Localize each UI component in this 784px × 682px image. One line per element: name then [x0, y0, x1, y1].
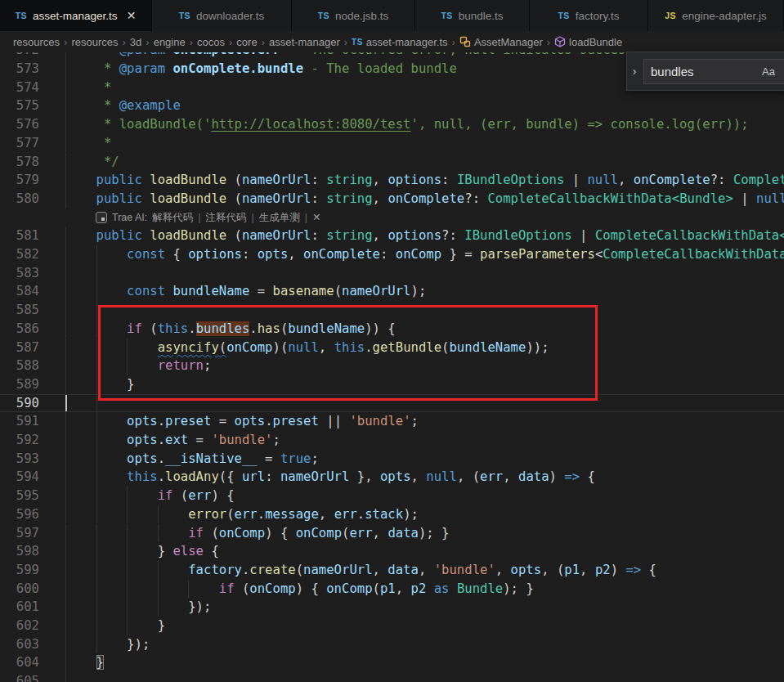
code-line[interactable]: 594 this.loadAny({ url: nameOrUrl }, opt…	[0, 468, 784, 487]
code-text: opts.ext = 'bundle';	[65, 431, 280, 450]
chevron-right-icon[interactable]: ›	[627, 65, 642, 78]
line-number[interactable]: 594	[0, 468, 39, 487]
breadcrumb-item-core[interactable]: core	[236, 36, 257, 48]
line-number[interactable]: 588	[0, 357, 39, 375]
code-line[interactable]: 582 const { options: opts, onComplete: o…	[0, 245, 784, 264]
line-number[interactable]: 572	[0, 52, 39, 60]
code-line[interactable]: 588 return;	[0, 357, 784, 375]
code-line[interactable]: 576 * loadBundle('http://localhost:8080/…	[0, 115, 784, 134]
tab-bundle[interactable]: TS bundle.ts	[415, 0, 530, 31]
tab-engine-adapter[interactable]: JS engine-adapter.js	[648, 0, 784, 31]
code-line[interactable]: 592 opts.ext = 'bundle';	[0, 431, 784, 450]
line-number[interactable]: 605	[0, 672, 39, 682]
tab-downloader[interactable]: TS downloader.ts	[152, 0, 292, 31]
breadcrumb-item-cocos[interactable]: cocos	[197, 36, 225, 48]
token: onComp	[296, 526, 342, 541]
breadcrumb-item-asset-manager[interactable]: asset-manager	[269, 36, 340, 48]
token: string	[326, 191, 372, 206]
codelens-action[interactable]: 解释代码	[152, 209, 193, 227]
line-number[interactable]: 582	[0, 245, 39, 264]
code-line[interactable]: 596 error(err.message, err.stack);	[0, 505, 784, 524]
line-number[interactable]: 587	[0, 339, 39, 357]
line-number[interactable]: 581	[0, 227, 39, 245]
line-number[interactable]: 592	[0, 431, 39, 450]
code-line[interactable]: 581 public loadBundle (nameOrUrl: string…	[0, 227, 784, 245]
code-editor[interactable]: 572 * @param onComplete.err - The occurr…	[0, 52, 784, 682]
code-line[interactable]: 598 } else {	[0, 542, 784, 561]
match-case-button[interactable]: Aa	[759, 64, 778, 80]
code-line[interactable]: 587 asyncify(onComp)(null, this.getBundl…	[0, 339, 784, 357]
code-line[interactable]: 593 opts.__isNative__ = true;	[0, 450, 784, 469]
code-line[interactable]: 595 if (err) {	[0, 487, 784, 505]
line-number[interactable]: 578	[0, 153, 39, 172]
line-number[interactable]: 589	[0, 375, 39, 394]
code-line[interactable]: 602 }	[0, 617, 784, 635]
token: loadAny	[165, 469, 219, 484]
code-line[interactable]: 575 * @example	[0, 96, 784, 115]
tab-factory[interactable]: TS factory.ts	[530, 0, 648, 31]
codelens-close-icon[interactable]: ✕	[312, 209, 320, 227]
code-line[interactable]: 583	[0, 264, 784, 283]
token: :	[311, 228, 326, 243]
line-number[interactable]: 602	[0, 617, 39, 635]
code-line[interactable]: 600 if (onComp) { onComp(p1, p2 as Bundl…	[0, 580, 784, 599]
code-line[interactable]: 591 opts.preset = opts.preset || 'bundle…	[0, 412, 784, 431]
code-line[interactable]: 601 });	[0, 598, 784, 617]
line-number[interactable]: 575	[0, 96, 39, 115]
line-number[interactable]: 577	[0, 134, 39, 153]
code-text: *	[65, 134, 111, 153]
code-line[interactable]: 597 if (onComp) { onComp(err, data); }	[0, 524, 784, 543]
code-line[interactable]: 605	[0, 672, 784, 682]
line-number[interactable]: 583	[0, 264, 39, 283]
line-number[interactable]: 580	[0, 190, 39, 209]
breadcrumb-item-3d[interactable]: 3d	[130, 36, 141, 48]
line-number[interactable]: 595	[0, 487, 39, 505]
codelens-action[interactable]: 生成单测	[259, 209, 300, 227]
line-number[interactable]: 596	[0, 505, 39, 524]
token: opts	[127, 414, 158, 428]
tab-node-jsb[interactable]: TS node.jsb.ts	[292, 0, 415, 31]
line-number[interactable]: 579	[0, 171, 39, 190]
code-line[interactable]: 580 public loadBundle (nameOrUrl: string…	[0, 190, 784, 209]
line-number[interactable]: 604	[0, 653, 39, 672]
line-number[interactable]: 591	[0, 412, 39, 431]
code-line[interactable]: 589 }	[0, 375, 784, 394]
breadcrumb-item-assetmanager[interactable]: AssetManager	[459, 36, 543, 48]
line-number[interactable]: 599	[0, 561, 39, 580]
line-number[interactable]: 574	[0, 79, 39, 97]
code-line[interactable]: 603 });	[0, 635, 784, 654]
code-line[interactable]: 590	[0, 394, 784, 413]
line-number[interactable]: 603	[0, 635, 39, 654]
token: ,	[411, 469, 427, 484]
line-number[interactable]: 573	[0, 60, 39, 79]
code-line[interactable]: 585	[0, 301, 784, 320]
close-icon[interactable]: ✕	[127, 9, 137, 22]
line-number[interactable]: 590	[0, 394, 39, 413]
code-line[interactable]: 577 *	[0, 134, 784, 153]
line-number[interactable]: 586	[0, 320, 39, 339]
code-line[interactable]: 604 }	[0, 653, 784, 672]
tab-asset-manager[interactable]: TS asset-manager.ts ✕	[0, 0, 152, 31]
breadcrumb-item-loadbundle[interactable]: loadBundle	[554, 36, 622, 48]
line-number[interactable]: 585	[0, 301, 39, 320]
line-number[interactable]: 601	[0, 598, 39, 617]
line-number[interactable]: 600	[0, 580, 39, 599]
token: stack	[365, 507, 403, 522]
codelens-action[interactable]: 注释代码	[206, 209, 247, 227]
breadcrumb-item-asset-manager-ts[interactable]: TSasset-manager.ts	[352, 36, 448, 48]
code-line[interactable]: 579 public loadBundle (nameOrUrl: string…	[0, 171, 784, 190]
line-number[interactable]: 576	[0, 115, 39, 134]
breadcrumb-item-resources[interactable]: resources	[71, 36, 118, 48]
find-input[interactable]	[644, 60, 757, 83]
codelens-row[interactable]: Trae AI:解释代码|注释代码|生成单测|✕	[0, 209, 784, 227]
code-line[interactable]: 584 const bundleName = basename(nameOrUr…	[0, 282, 784, 301]
code-line[interactable]: 586 if (this.bundles.has(bundleName)) {	[0, 320, 784, 339]
line-number[interactable]: 597	[0, 524, 39, 543]
breadcrumb-item-resources[interactable]: resources	[13, 36, 60, 48]
line-number[interactable]: 584	[0, 282, 39, 301]
line-number[interactable]: 598	[0, 542, 39, 561]
breadcrumb-item-engine[interactable]: engine	[154, 36, 186, 48]
line-number[interactable]: 593	[0, 450, 39, 469]
code-line[interactable]: 599 factory.create(nameOrUrl, data, 'bun…	[0, 561, 784, 580]
code-line[interactable]: 578 */	[0, 153, 784, 172]
